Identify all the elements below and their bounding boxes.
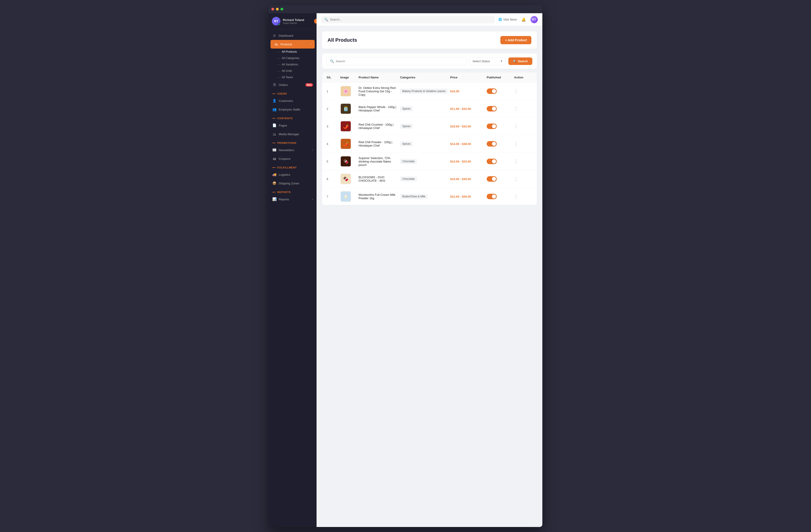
user-role: Super Admin — [283, 22, 313, 25]
product-category: Bakery Products & Gelatine Leaves — [400, 89, 450, 94]
table-header: S/L Image Product Name Categories Price … — [322, 73, 537, 82]
published-toggle[interactable] — [487, 89, 497, 94]
sidebar-item-label: Employee Staffs — [279, 108, 300, 111]
user-info: Richard Toland Super Admin — [283, 18, 313, 25]
row-action-button[interactable]: ⋮ — [514, 106, 518, 111]
published-toggle[interactable] — [487, 194, 497, 199]
sidebar-item-all-units[interactable]: All Units — [269, 68, 317, 74]
user-status-indicator — [278, 23, 280, 25]
published-toggle[interactable] — [487, 141, 497, 146]
sidebar-item-employee-staffs[interactable]: 👥 Employee Staffs — [269, 105, 317, 114]
row-action-button[interactable]: ⋮ — [514, 89, 518, 94]
visit-store-button[interactable]: 🌐 Visit Store — [498, 18, 517, 21]
table-row: 2 🫙 Black Pepper Whole - 100g | Himalaya… — [322, 100, 537, 118]
sidebar-item-logistics[interactable]: 🚚 Logistics — [269, 170, 317, 179]
product-image-emoji: 🍫 — [341, 156, 351, 167]
filter-search-button[interactable]: 🔍 Search — [508, 58, 532, 65]
sidebar-item-shipping-zones[interactable]: 📦 Shipping Zones — [269, 179, 317, 188]
status-select-dropdown[interactable]: Select Status ▾ — [469, 57, 506, 65]
shipping-icon: 📦 — [272, 181, 276, 185]
published-toggle-col — [487, 106, 514, 111]
minimize-button[interactable] — [276, 8, 279, 11]
sidebar-item-label: Newsletters — [279, 148, 294, 152]
published-toggle-col — [487, 159, 514, 164]
title-bar — [269, 5, 542, 13]
sidebar-item-newsletters[interactable]: 📰 Newsletters › — [269, 146, 317, 154]
sidebar-collapse-button[interactable]: ‹ — [314, 19, 317, 24]
sidebar-item-products[interactable]: 🛍 Products › — [271, 40, 315, 49]
row-action-button[interactable]: ⋮ — [514, 141, 518, 146]
dashboard-icon: ⊙ — [272, 33, 276, 37]
sidebar-item-pages[interactable]: 📄 Pages — [269, 121, 317, 130]
notification-button[interactable]: 🔔 — [520, 16, 527, 23]
product-image-emoji: 🥛 — [341, 191, 351, 202]
row-action-button[interactable]: ⋮ — [514, 194, 518, 199]
app-window: RT Richard Toland Super Admin ‹ ⊙ Dashbo… — [269, 5, 542, 527]
published-toggle-col — [487, 141, 514, 146]
sidebar-item-coupons[interactable]: 🎟 Coupons — [269, 154, 317, 163]
table-row: 7 🥛 Woolworths Full Cream Milk Powder 1k… — [322, 188, 537, 205]
product-image: 🫙 — [340, 103, 351, 114]
product-image: 🌶️ — [340, 138, 351, 149]
product-search[interactable]: 🔍 — [326, 57, 466, 65]
sidebar-item-label: Coupons — [279, 157, 291, 160]
sidebar-item-reports[interactable]: 📊 Reports › — [269, 195, 317, 204]
product-price: $14.00 - $38.00 — [450, 142, 487, 146]
topbar-avatar[interactable]: RT — [531, 16, 538, 23]
sidebar-item-customers[interactable]: 👤 Customers — [269, 96, 317, 105]
orders-icon: ☰ — [272, 83, 276, 87]
published-toggle[interactable] — [487, 124, 497, 129]
product-search-input[interactable] — [336, 60, 463, 63]
media-icon: 🗂 — [272, 132, 276, 136]
topbar-search-input[interactable] — [330, 18, 491, 21]
published-toggle[interactable] — [487, 159, 497, 164]
search-icon: 🔍 — [330, 59, 334, 63]
row-num: 5 — [326, 160, 340, 163]
fullscreen-button[interactable] — [280, 8, 283, 11]
product-name: Red Chili Powder - 100g | Himalayan Chef — [358, 140, 400, 147]
add-product-button[interactable]: + Add Product — [500, 36, 531, 44]
action-col: ⋮ — [514, 106, 532, 111]
avatar: RT — [272, 17, 280, 26]
page-header: All Products + Add Product — [322, 31, 537, 49]
published-toggle-col — [487, 89, 514, 94]
published-toggle[interactable] — [487, 106, 497, 111]
sidebar-item-label: Customers — [279, 99, 293, 103]
sidebar-item-all-products[interactable]: All Products — [269, 49, 317, 55]
sidebar-item-label: Reports — [279, 198, 289, 201]
sidebar-item-orders[interactable]: ☰ Orders New — [269, 80, 317, 89]
row-num: 6 — [326, 177, 340, 181]
product-category: Chocolate — [400, 176, 450, 182]
product-name: Woolworths Full Cream Milk Powder 1kg — [358, 193, 400, 200]
sidebar-item-media-manager[interactable]: 🗂 Media Manager — [269, 130, 317, 138]
row-num: 3 — [326, 125, 340, 128]
row-action-button[interactable]: ⋮ — [514, 124, 518, 129]
close-button[interactable] — [271, 8, 274, 11]
coupons-icon: 🎟 — [272, 157, 276, 161]
orders-badge: New — [305, 83, 313, 87]
published-toggle[interactable] — [487, 176, 497, 182]
action-col: ⋮ — [514, 124, 532, 129]
row-action-button[interactable]: ⋮ — [514, 159, 518, 164]
action-col: ⋮ — [514, 141, 532, 146]
row-action-button[interactable]: ⋮ — [514, 176, 518, 182]
sidebar-item-dashboard[interactable]: ⊙ Dashboard — [269, 31, 317, 40]
sidebar-item-all-taxes[interactable]: All Taxes — [269, 74, 317, 80]
product-category: Butter/Ghee & Milk — [400, 194, 450, 199]
main-area: 🔍 🌐 Visit Store 🔔 RT All Products — [317, 13, 542, 527]
product-name: Red Chili Crushed - 100g | Himalayan Che… — [358, 123, 400, 130]
section-users-label: USERS — [269, 89, 317, 96]
product-price: $12.00 - $26.00 — [450, 195, 487, 198]
published-toggle-col — [487, 194, 514, 199]
action-col: ⋮ — [514, 194, 532, 199]
topbar-search[interactable]: 🔍 — [321, 16, 495, 23]
chevron-right-icon: › — [310, 43, 311, 46]
newsletters-icon: 📰 — [272, 148, 276, 152]
pages-icon: 📄 — [272, 123, 276, 127]
sidebar: RT Richard Toland Super Admin ‹ ⊙ Dashbo… — [269, 13, 317, 527]
sidebar-item-all-variations[interactable]: All Variations — [269, 61, 317, 68]
globe-icon: 🌐 — [498, 18, 502, 21]
sidebar-item-all-categories[interactable]: All Categories — [269, 55, 317, 61]
product-category: Spices — [400, 141, 450, 146]
row-num: 7 — [326, 195, 340, 198]
